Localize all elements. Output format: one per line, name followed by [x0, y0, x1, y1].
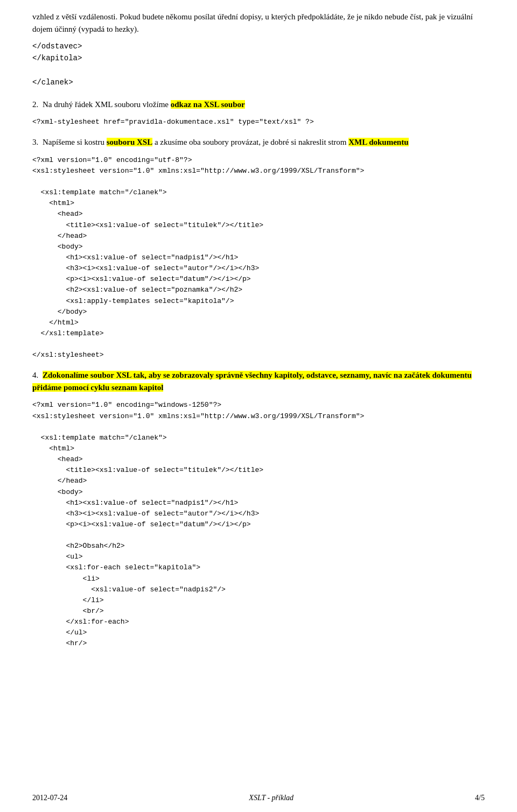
- footer-date: 2012-07-24: [32, 794, 67, 802]
- section-3-number: 3.: [32, 138, 38, 146]
- closing-tag-line: </odstavec>: [32, 40, 485, 52]
- section-3-heading: 3. Napíšeme si kostru souboru XSL a zkus…: [32, 136, 485, 149]
- closing-tag-line: </kapitola>: [32, 52, 485, 64]
- page-footer: 2012-07-24 XSLT - příklad 4/5: [0, 794, 517, 802]
- section-3-text1: Napíšeme si kostru: [43, 138, 107, 146]
- section-4: 4. Zdokonalíme soubor XSL tak, aby se zo…: [32, 369, 485, 649]
- section-2-heading: 2. Na druhý řádek XML souboru vložíme od…: [32, 98, 485, 111]
- section-4-number: 4.: [32, 371, 38, 379]
- section-4-text: Zdokonalíme soubor XSL tak, aby se zobra…: [32, 371, 472, 392]
- intro-paragraph: vzhled z větší vzdálenosti. Pokud budete…: [32, 11, 485, 35]
- section-4-code: <?xml version="1.0" encoding="windows-12…: [32, 400, 485, 649]
- footer-title: XSLT - příklad: [249, 794, 294, 802]
- section-3-text2: a zkusíme oba soubory provázat, je dobré…: [152, 138, 348, 146]
- section-2-text-before: Na druhý řádek XML souboru vložíme: [43, 100, 171, 109]
- section-3-bold2: XML dokumentu: [348, 138, 408, 146]
- footer-page: 4/5: [475, 794, 485, 802]
- closing-tags-block: </odstavec> </kapitola> </clanek>: [32, 40, 485, 89]
- section-3-bold1: souboru XSL: [107, 138, 152, 146]
- section-2-bold: odkaz na XSL soubor: [171, 100, 245, 109]
- closing-tag-line: </clanek>: [32, 76, 485, 88]
- section-2-number: 2.: [32, 100, 38, 109]
- section-3: 3. Napíšeme si kostru souboru XSL a zkus…: [32, 136, 485, 361]
- section-2-code: <?xml-stylesheet href="pravidla-dokument…: [32, 117, 485, 128]
- section-4-heading: 4. Zdokonalíme soubor XSL tak, aby se zo…: [32, 369, 485, 393]
- section-3-code: <?xml version="1.0" encoding="utf-8"?> <…: [32, 155, 485, 361]
- section-2: 2. Na druhý řádek XML souboru vložíme od…: [32, 98, 485, 128]
